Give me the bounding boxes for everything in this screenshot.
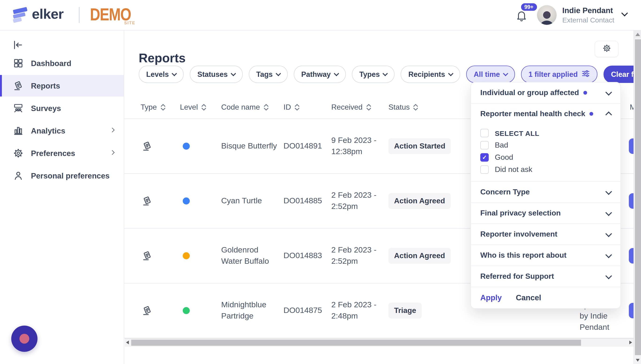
filter-applied-pill[interactable]: 1 filter applied — [521, 66, 598, 83]
active-filter-dot — [583, 91, 587, 95]
status-badge: Action Agreed — [388, 193, 451, 209]
sidebar-item-preferences[interactable]: Preferences — [0, 142, 124, 164]
horizontal-scrollbar-thumb[interactable] — [131, 340, 581, 346]
filter-pill-recipients[interactable]: Recipients — [401, 66, 460, 83]
option-good[interactable]: ✓ Good — [480, 151, 611, 164]
sidebar-item-reports[interactable]: Reports — [0, 75, 124, 96]
filter-pill-tags[interactable]: Tags — [249, 66, 288, 83]
chevron-down-icon — [606, 251, 612, 258]
scroll-left-arrow-icon[interactable] — [126, 340, 129, 344]
horizontal-scrollbar[interactable] — [125, 338, 634, 347]
user-avatar[interactable] — [537, 5, 557, 25]
cancel-button[interactable]: Cancel — [516, 293, 541, 302]
sidebar: Dashboard Reports Surveys Analytics — [0, 30, 124, 364]
chevron-down-icon — [230, 71, 236, 76]
column-header-type[interactable]: Type — [140, 103, 166, 112]
user-name: Indie Pendant — [562, 6, 613, 15]
vertical-scrollbar-thumb[interactable] — [635, 39, 641, 355]
filter-section-reporter-mental-health-check[interactable]: Reporter mental health check — [471, 104, 620, 124]
report-type-icon — [142, 305, 153, 316]
notifications-count-badge[interactable]: 99+ — [521, 3, 537, 11]
sidebar-item-label: Analytics — [31, 126, 65, 135]
received-date: 2 Feb 2023 - 2:52pm — [331, 244, 381, 267]
sidebar-item-surveys[interactable]: Surveys — [0, 98, 124, 119]
chevron-up-icon — [606, 112, 612, 118]
status-badge: Action Agreed — [388, 248, 451, 264]
column-header-status[interactable]: Status — [388, 103, 419, 112]
topbar: elker DEMO SITE 99+ Indie Pendant Extern… — [0, 0, 641, 30]
filter-pill-pathway[interactable]: Pathway — [294, 66, 346, 83]
apply-button[interactable]: Apply — [480, 293, 502, 302]
chevron-right-icon — [110, 128, 114, 132]
column-header-level[interactable]: Level — [180, 103, 207, 112]
report-id: DO014883 — [284, 251, 322, 260]
report-icon — [13, 80, 24, 91]
bar-chart-icon — [13, 125, 24, 136]
chevron-down-icon — [606, 209, 612, 216]
option-select-all[interactable]: SELECT ALL — [480, 127, 611, 139]
scroll-right-arrow-icon[interactable] — [629, 340, 632, 344]
user-menu-chevron-icon[interactable] — [621, 10, 628, 16]
chat-widget-dot — [20, 334, 29, 344]
report-id: DO014885 — [284, 196, 322, 206]
app-window: elker DEMO SITE 99+ Indie Pendant Extern… — [0, 0, 641, 364]
filter-section-reporter-involvement[interactable]: Reporter involvement — [471, 224, 620, 245]
filter-pill-levels[interactable]: Levels — [139, 66, 184, 83]
code-name: Cyan Turtle — [221, 195, 280, 206]
column-header-id[interactable]: ID — [284, 103, 300, 112]
sort-icon — [160, 104, 166, 111]
chevron-down-icon — [503, 71, 508, 76]
filter-pill-all-time[interactable]: All time — [466, 66, 515, 83]
page-title: Reports — [139, 51, 186, 66]
column-header-code-name[interactable]: Code name — [221, 103, 269, 112]
filter-section-concern-type[interactable]: Concern Type — [471, 182, 620, 203]
gear-icon — [602, 43, 611, 54]
filter-section-individual-or-group-affected[interactable]: Individual or group affected — [471, 82, 620, 104]
filter-pill-statuses[interactable]: Statuses — [190, 66, 243, 83]
checkbox[interactable] — [480, 141, 489, 150]
sidebar-item-label: Personal preferences — [31, 171, 110, 180]
gear-icon — [13, 148, 24, 159]
sidebar-item-personal-preferences[interactable]: Personal preferences — [0, 165, 124, 186]
filter-section-who-is-this-report-about[interactable]: Who is this report about — [471, 245, 620, 266]
chevron-down-icon — [606, 230, 612, 237]
level-dot — [183, 197, 190, 204]
demo-sub-label: SITE — [124, 20, 136, 25]
notifications-bell-icon[interactable] — [516, 9, 528, 22]
checkbox[interactable] — [480, 165, 489, 174]
received-date: 9 Feb 2023 - 12:38pm — [331, 135, 381, 157]
scroll-down-arrow-icon[interactable] — [636, 359, 640, 362]
sidebar-item-label: Preferences — [31, 149, 75, 158]
code-name: Goldenrod Water Buffalo — [221, 244, 280, 267]
elker-logo-icon — [13, 6, 29, 24]
chevron-down-icon — [606, 188, 612, 195]
sliders-icon — [582, 69, 590, 80]
sidebar-collapse-icon[interactable] — [12, 39, 24, 50]
topbar-divider — [79, 7, 80, 23]
table-settings-button[interactable] — [594, 41, 618, 57]
scroll-up-button[interactable] — [634, 30, 641, 38]
checkbox[interactable] — [480, 129, 489, 137]
filter-panel-footer: Apply Cancel — [471, 287, 620, 308]
vertical-scrollbar[interactable] — [634, 30, 641, 364]
sidebar-item-analytics[interactable]: Analytics — [0, 120, 124, 142]
code-name: Midnightblue Partridge — [221, 299, 280, 322]
received-date: 2 Feb 2023 - 2:48pm — [331, 299, 381, 322]
sort-icon — [413, 104, 419, 111]
option-did-not-ask[interactable]: Did not ask — [480, 164, 611, 176]
checkbox-checked[interactable]: ✓ — [480, 153, 489, 162]
filter-section-final-privacy-selection[interactable]: Final privacy selection — [471, 203, 620, 224]
option-bad[interactable]: Bad — [480, 139, 611, 151]
report-id: DO014875 — [284, 306, 322, 315]
filter-options-list: SELECT ALL Bad ✓ Good Did not ask — [471, 124, 620, 182]
filter-panel: Individual or group affected Reporter me… — [470, 82, 621, 309]
filter-pill-types[interactable]: Types — [352, 66, 395, 83]
received-date: 2 Feb 2023 - 2:52pm — [331, 190, 381, 212]
chat-widget-button[interactable] — [11, 326, 38, 352]
filter-section-referred-for-support[interactable]: Referred for Support — [471, 266, 620, 287]
chevron-right-icon — [110, 150, 114, 155]
chevron-down-icon — [606, 272, 612, 279]
code-name: Bisque Butterfly — [221, 140, 280, 152]
column-header-received[interactable]: Received — [331, 103, 371, 112]
sidebar-item-dashboard[interactable]: Dashboard — [0, 52, 124, 74]
